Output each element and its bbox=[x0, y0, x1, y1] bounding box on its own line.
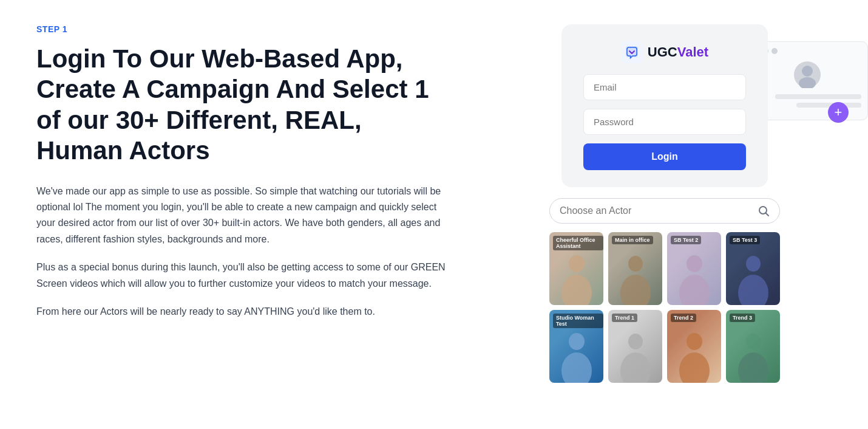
svg-point-11 bbox=[746, 256, 761, 272]
svg-point-18 bbox=[679, 352, 710, 383]
actor-label: SB Test 2 bbox=[671, 236, 701, 244]
plus-badge: + bbox=[828, 102, 849, 123]
logo-text: UGCValet bbox=[648, 44, 708, 60]
actor-label: SB Test 3 bbox=[730, 236, 760, 244]
logo-text-black: UGC bbox=[648, 44, 677, 60]
actor-silhouette bbox=[555, 328, 598, 383]
svg-point-5 bbox=[569, 255, 585, 272]
paragraph-2: Plus as a special bonus during this laun… bbox=[36, 259, 449, 292]
actor-silhouette bbox=[732, 250, 775, 305]
list-item[interactable]: SB Test 2 bbox=[667, 232, 721, 305]
actor-silhouette bbox=[732, 328, 775, 383]
actor-label: Cheerful Office Assistant bbox=[553, 236, 603, 250]
step-label: STEP 1 bbox=[36, 24, 449, 34]
svg-point-17 bbox=[687, 333, 702, 350]
list-item[interactable]: Studio Woman Test bbox=[549, 310, 603, 383]
page-container: STEP 1 Login To Our Web-Based App, Creat… bbox=[0, 0, 868, 429]
avatar-silhouette bbox=[794, 61, 821, 88]
svg-point-12 bbox=[738, 275, 768, 305]
svg-point-19 bbox=[746, 334, 761, 349]
browser-dots bbox=[753, 48, 861, 54]
paragraph-3: From here our Actors will be nearly read… bbox=[36, 304, 449, 320]
svg-point-16 bbox=[620, 352, 651, 383]
password-field[interactable] bbox=[583, 109, 746, 135]
svg-point-15 bbox=[628, 334, 643, 349]
list-item[interactable]: Main in office bbox=[608, 232, 662, 305]
list-item[interactable]: Cheerful Office Assistant bbox=[549, 232, 603, 305]
actor-silhouette bbox=[555, 250, 598, 305]
list-item[interactable]: Trend 3 bbox=[726, 310, 780, 383]
actor-label: Trend 1 bbox=[612, 314, 637, 322]
actor-silhouette bbox=[673, 250, 716, 305]
paragraph-1: We've made our app as simple to use as p… bbox=[36, 184, 449, 248]
logo-text-purple: Valet bbox=[677, 44, 708, 60]
list-item[interactable]: Trend 2 bbox=[667, 310, 721, 383]
svg-point-8 bbox=[620, 275, 651, 305]
svg-point-13 bbox=[569, 333, 585, 350]
actor-thumb-inner: Trend 3 bbox=[726, 310, 780, 383]
ugcvalet-logo-icon bbox=[621, 41, 643, 63]
svg-point-14 bbox=[561, 352, 592, 383]
svg-line-4 bbox=[766, 213, 769, 216]
actor-thumb-inner: SB Test 3 bbox=[726, 232, 780, 305]
svg-point-2 bbox=[799, 77, 816, 88]
left-panel: STEP 1 Login To Our Web-Based App, Creat… bbox=[36, 24, 461, 405]
actor-label: Studio Woman Test bbox=[553, 314, 603, 328]
svg-point-7 bbox=[628, 256, 643, 272]
list-item[interactable]: SB Test 3 bbox=[726, 232, 780, 305]
search-bar bbox=[549, 198, 780, 224]
actor-section: Cheerful Office Assistant Main in office bbox=[549, 198, 780, 383]
actor-label: Trend 3 bbox=[730, 314, 755, 322]
actor-label: Trend 2 bbox=[671, 314, 696, 322]
actor-thumb-inner: Trend 1 bbox=[608, 310, 662, 383]
actor-thumb-inner: Main in office bbox=[608, 232, 662, 305]
actor-silhouette bbox=[673, 328, 716, 383]
actor-label: Main in office bbox=[612, 236, 653, 244]
svg-point-10 bbox=[679, 275, 710, 305]
actor-thumb-inner: SB Test 2 bbox=[667, 232, 721, 305]
actor-thumb-inner: Cheerful Office Assistant bbox=[549, 232, 603, 305]
actor-grid: Cheerful Office Assistant Main in office bbox=[549, 232, 780, 383]
actor-silhouette bbox=[614, 328, 657, 383]
logo-area: UGCValet bbox=[621, 41, 708, 63]
list-item[interactable]: Trend 1 bbox=[608, 310, 662, 383]
actor-thumb-inner: Trend 2 bbox=[667, 310, 721, 383]
svg-point-20 bbox=[738, 352, 768, 383]
browser-dot-3 bbox=[771, 48, 778, 54]
browser-avatar bbox=[794, 61, 821, 88]
browser-line-1 bbox=[775, 94, 861, 99]
actor-thumb-inner: Studio Woman Test bbox=[549, 310, 603, 383]
login-card: UGCValet Login bbox=[561, 24, 768, 187]
search-icon-wrap bbox=[758, 205, 770, 217]
svg-point-6 bbox=[561, 275, 592, 305]
login-button[interactable]: Login bbox=[583, 143, 746, 170]
svg-point-9 bbox=[687, 255, 702, 272]
actor-silhouette bbox=[614, 250, 657, 305]
actor-search-input[interactable] bbox=[560, 205, 751, 216]
email-field[interactable] bbox=[583, 74, 746, 100]
search-icon bbox=[758, 205, 770, 217]
right-panel: UGCValet Login bbox=[498, 24, 832, 405]
main-heading: Login To Our Web-Based App, Create A Cam… bbox=[36, 44, 449, 166]
svg-point-1 bbox=[802, 66, 813, 77]
